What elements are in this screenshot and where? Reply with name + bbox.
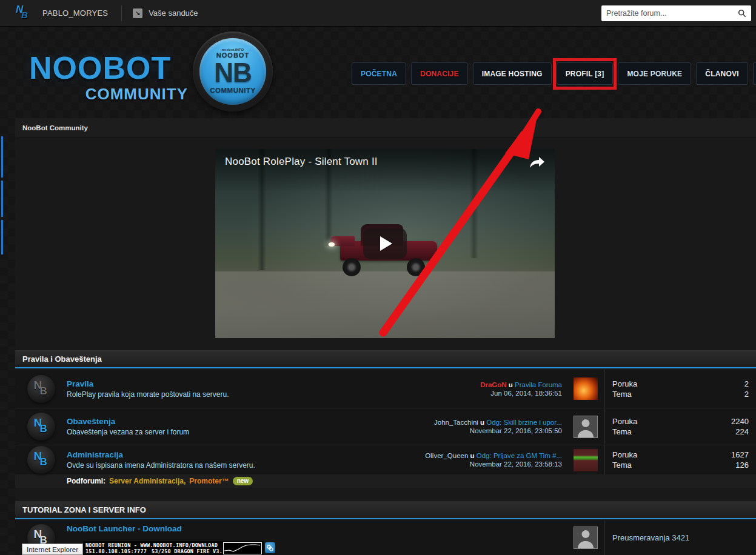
- search-icon[interactable]: [738, 9, 746, 18]
- tema-count: 126: [735, 460, 749, 470]
- board-desc: RolePlay pravila koja morate poštovati n…: [67, 390, 424, 399]
- poruka-count: 1627: [731, 450, 749, 459]
- forum-row-administracija: NB Administracija Ovde su ispisana imena…: [15, 445, 756, 474]
- site-subtitle: COMMUNITY: [29, 85, 188, 104]
- last-post-date: Novembar 22, 2016, 23:05:50: [424, 427, 562, 434]
- edge-marker: [1, 181, 3, 217]
- forum-table: NB Pravila RolePlay pravila koja morate …: [15, 370, 756, 488]
- board-link-administracija[interactable]: Administracija: [67, 450, 424, 459]
- last-post-date: Novembar 22, 2016, 23:58:13: [424, 460, 562, 468]
- board-desc: Ovde su ispisana imena Administratora na…: [67, 461, 424, 470]
- last-post-author[interactable]: Oliver_Queen: [425, 452, 468, 459]
- poruka-count: 2240: [731, 417, 749, 426]
- play-button[interactable]: [363, 228, 407, 259]
- subforum-label: Podforumi:: [67, 477, 105, 485]
- section-header-pravila: Pravila i Obaveštenja: [15, 350, 756, 368]
- board-link-launcher[interactable]: NooBot Launcher - Download: [67, 524, 424, 533]
- board-stats: Poruka2240 Tema224: [604, 408, 756, 445]
- player-graph: [223, 542, 262, 554]
- board-stats: Poruka2 Tema2: [604, 370, 756, 408]
- tema-count: 224: [735, 427, 749, 436]
- server-banner-line2: 151.80.108.105:7777 53/250 DRAGON FIRE V…: [85, 548, 222, 554]
- nav-image-hosting[interactable]: IMAGE HOSTING: [473, 62, 552, 85]
- subforum-link-promoter[interactable]: Promoter™: [189, 477, 229, 485]
- last-post-topic[interactable]: Pravila Foruma: [515, 381, 562, 388]
- top-bar: NB PABLO_MORYES ↘ Vaše sanduče: [0, 0, 756, 27]
- search-box: [601, 5, 751, 21]
- site-title: NOOBOT: [29, 52, 188, 84]
- badge-subtitle: COMMUNITY: [210, 86, 255, 95]
- board-desc: Obaveštenja vezana za server i forum: [67, 428, 424, 436]
- browser-tooltip: Internet Explorer: [22, 543, 83, 555]
- section-header-tutorial: TUTORIAL ZONA I SERVER INFO: [15, 501, 756, 519]
- last-post-author[interactable]: DraGoN: [480, 381, 506, 388]
- server-banner-line1: NOOBOT REUNION - WWW.NOOBOT.INFO/DOWNLOA…: [85, 542, 222, 548]
- last-post-author[interactable]: John_Tacchini: [434, 419, 478, 426]
- mini-nb-logo-icon[interactable]: NB: [16, 5, 38, 21]
- inbox-icon[interactable]: ↘: [133, 8, 142, 18]
- last-post-date: Jun 06, 2014, 18:36:51: [424, 390, 562, 397]
- content-panel: NooBot Community NooBot RolePlay - Silen…: [15, 118, 756, 555]
- forum-row-pravila: NB Pravila RolePlay pravila koja morate …: [15, 370, 756, 408]
- share-icon[interactable]: [529, 156, 545, 168]
- site-logo[interactable]: NOOBOT COMMUNITY: [29, 52, 188, 104]
- last-poster-avatar: [574, 527, 598, 549]
- nav-donacije[interactable]: DONACIJE: [411, 62, 468, 85]
- tema-count: 2: [744, 390, 749, 399]
- new-badge: new: [233, 477, 253, 485]
- last-post-topic[interactable]: Odg: Skill brzine i upor...: [486, 419, 562, 426]
- server-players: 53/250 DRAGON FIRE V3.: [152, 548, 222, 554]
- board-link-obavestenja[interactable]: Obaveštenja: [67, 417, 424, 426]
- main-nav: POČETNA DONACIJE IMAGE HOSTING PROFIL [3…: [352, 62, 756, 85]
- nav-moje-poruke[interactable]: MOJE PORUKE: [618, 62, 691, 85]
- redirect-count: Preusmeravanja 3421: [604, 520, 756, 555]
- forum-row-obavestenja: NB Obaveštenja Obaveštenja vezana za ser…: [15, 408, 756, 445]
- search-input[interactable]: [606, 9, 738, 18]
- board-stats: Poruka1627 Tema126: [604, 445, 756, 474]
- edge-marker: [1, 220, 3, 254]
- last-poster-avatar: [574, 416, 598, 438]
- poruka-count: 2: [744, 379, 749, 388]
- subforum-link-server-administracija[interactable]: Server Administracija,: [109, 477, 186, 485]
- username-link[interactable]: PABLO_MORYES: [42, 8, 108, 18]
- nav-profil[interactable]: PROFIL [3]: [557, 62, 614, 85]
- badge-initials: NB: [214, 59, 252, 86]
- last-poster-avatar: [574, 377, 598, 400]
- board-link-pravila[interactable]: Pravila: [67, 379, 424, 388]
- breadcrumb[interactable]: NooBot Community: [22, 124, 88, 131]
- nb-badge-logo[interactable]: noobot.INFO NOOBOT NB COMMUNITY: [193, 32, 273, 111]
- board-icon: NB: [27, 375, 55, 403]
- youtube-video-embed[interactable]: NooBot RolePlay - Silent Town II: [215, 149, 555, 338]
- play-icon: [380, 236, 392, 251]
- nav-clanovi[interactable]: ČLANOVI: [696, 62, 748, 85]
- subforum-strip: Podforumi: Server Administracija, Promot…: [15, 474, 756, 488]
- edge-marker: [1, 136, 3, 178]
- last-post-topic[interactable]: Odg: Prijave za GM Tim #...: [477, 452, 562, 459]
- breadcrumb-bar: NooBot Community: [15, 118, 756, 138]
- nav-pocetna[interactable]: POČETNA: [352, 62, 406, 85]
- last-poster-avatar: [574, 449, 598, 471]
- board-icon: NB: [27, 446, 55, 474]
- server-ip: 151.80.108.105:7777: [85, 548, 147, 554]
- topbar-divider: [121, 5, 122, 21]
- board-icon: NB: [27, 413, 55, 440]
- inbox-link[interactable]: Vaše sanduče: [149, 8, 198, 18]
- video-title[interactable]: NooBot RolePlay - Silent Town II: [225, 156, 378, 168]
- chain-link-icon[interactable]: [265, 542, 275, 553]
- nav-odjavi-se[interactable]: ODJAVI SE: [753, 62, 756, 85]
- forum-page: NB PABLO_MORYES ↘ Vaše sanduče NOOBOT CO…: [0, 0, 756, 555]
